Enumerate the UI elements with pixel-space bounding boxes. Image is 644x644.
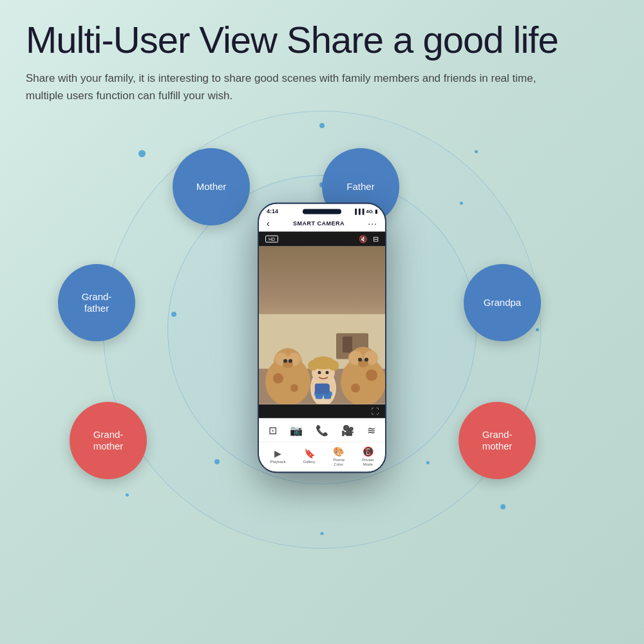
svg-point-38 (351, 383, 360, 392)
svg-point-26 (326, 371, 329, 374)
more-button[interactable]: ··· (368, 218, 377, 229)
app-title: SMART CAMERA (293, 220, 345, 227)
svg-rect-28 (330, 381, 335, 392)
gallery-label: Gallery (303, 460, 316, 464)
svg-point-10 (283, 359, 287, 363)
phone-screen: 4:14 ▐▐▐ 4G ▮ ‹ SMART CAMERA ··· HD 🔇 ⊟ (259, 204, 385, 472)
gallery-icon: 🔖 (304, 448, 315, 459)
private-mode-label: Private Mode (362, 457, 374, 466)
nav-bar: ‹ SMART CAMERA ··· (259, 216, 385, 232)
video-bottom: ⛶ (259, 404, 385, 418)
playback-icon: ▶ (274, 448, 281, 459)
video-top-icons: 🔇 ⊟ (359, 235, 379, 243)
playback-label: Playback (270, 460, 285, 464)
diagram-area: Mother Father Grand- father Grandpa Gran… (0, 104, 644, 555)
status-icons: ▐▐▐ 4G ▮ (353, 208, 377, 214)
nav-item-gallery[interactable]: 🔖 Gallery (303, 448, 316, 464)
role-circle-grandmother-left: Grand- mother (70, 402, 147, 479)
page-title: Multi-User View Share a good life (26, 19, 618, 61)
call-icon[interactable]: 📞 (316, 424, 328, 436)
action-bar: ⊡ 📷 📞 🎥 ≋ (259, 418, 385, 441)
role-label-grandpa: Grandpa (484, 297, 521, 308)
svg-point-11 (289, 359, 292, 363)
svg-point-12 (273, 373, 283, 383)
role-label-father: Father (346, 181, 374, 193)
nav-item-private-mode[interactable]: 📵 Private Mode (362, 446, 374, 466)
svg-point-24 (319, 356, 328, 365)
svg-point-36 (365, 357, 368, 361)
svg-rect-29 (315, 383, 329, 393)
network-label: 4G (366, 208, 373, 214)
role-label-grandmother-right: Grand- mother (482, 429, 513, 452)
layout-icon[interactable]: ⊟ (373, 235, 379, 243)
phone-mockup: 4:14 ▐▐▐ 4G ▮ ‹ SMART CAMERA ··· HD 🔇 ⊟ (258, 203, 386, 473)
battery-icon: ▮ (375, 208, 377, 214)
bottom-navigation: ▶ Playback 🔖 Gallery 🎨 Theme Color 📵 Pri… (259, 441, 385, 471)
role-circle-grandfather: Grand- father (58, 264, 135, 341)
nav-item-playback[interactable]: ▶ Playback (270, 448, 285, 464)
video-controls-top: HD 🔇 ⊟ (259, 232, 385, 247)
video-scene (259, 314, 385, 404)
video-icon[interactable]: 🎥 (341, 424, 354, 436)
svg-point-13 (290, 384, 298, 392)
svg-point-25 (318, 371, 321, 374)
video-feed (259, 247, 385, 404)
phone-notch (303, 209, 341, 214)
back-button[interactable]: ‹ (267, 218, 270, 229)
header-section: Multi-User View Share a good life Share … (0, 0, 644, 111)
nav-item-theme-color[interactable]: 🎨 Theme Color (332, 446, 345, 466)
theme-color-icon: 🎨 (333, 446, 344, 456)
signal-icon: ▐▐▐ (353, 208, 364, 214)
settings-icon[interactable]: ≋ (367, 424, 375, 436)
role-circle-grandmother-right: Grand- mother (459, 402, 536, 479)
svg-point-37 (366, 369, 377, 381)
theme-color-label: Theme Color (332, 457, 345, 466)
role-label-grandmother-left: Grand- mother (93, 429, 124, 452)
camera-icon[interactable]: 📷 (290, 424, 303, 436)
hd-badge: HD (265, 236, 278, 243)
role-label-mother: Mother (196, 181, 227, 193)
svg-point-35 (358, 357, 362, 361)
role-circle-mother: Mother (173, 148, 250, 225)
subtitle-text: Share with your family, it is interestin… (26, 70, 554, 104)
private-mode-icon: 📵 (363, 446, 374, 456)
role-circle-grandpa: Grandpa (464, 264, 541, 341)
screenshot-icon[interactable]: ⊡ (269, 424, 277, 436)
role-label-grandfather: Grand- father (82, 291, 112, 314)
svg-rect-4 (343, 336, 352, 352)
expand-icon[interactable]: ⛶ (371, 406, 379, 415)
time-display: 4:14 (267, 208, 278, 214)
mute-icon[interactable]: 🔇 (359, 235, 368, 243)
